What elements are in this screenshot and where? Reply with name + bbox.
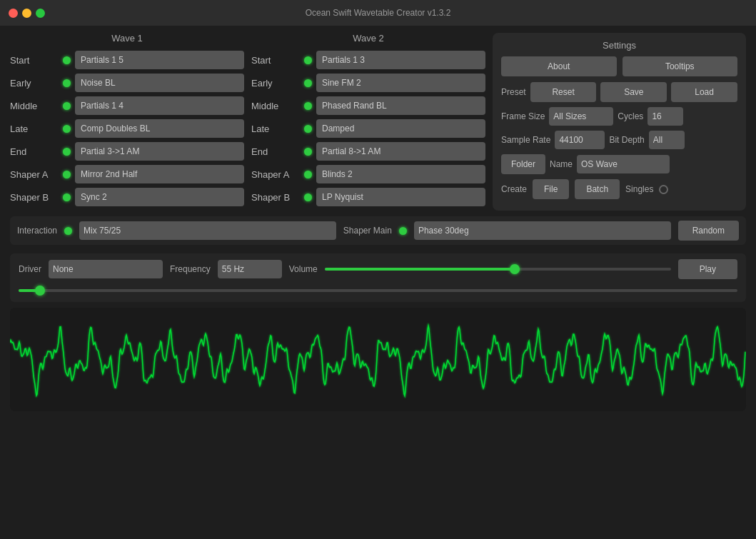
- bitdepth-input[interactable]: [649, 131, 685, 149]
- singles-label: Singles: [625, 184, 653, 194]
- wave2-select-5[interactable]: Blinds 2: [316, 165, 485, 183]
- progress-row[interactable]: [19, 285, 737, 296]
- wave1-row-2: MiddlePartials 1 4: [10, 96, 244, 115]
- wave2-select-6[interactable]: LP Nyquist: [316, 188, 485, 206]
- wave1-dot-4: [63, 148, 71, 156]
- tooltips-button[interactable]: Tooltips: [623, 56, 738, 76]
- wave1-label-0: Start: [10, 55, 59, 66]
- app-title: Ocean Swift Wavetable Creator v1.3.2: [306, 8, 451, 18]
- wave2-label-0: Start: [251, 55, 300, 66]
- close-button[interactable]: [9, 9, 18, 18]
- wave2-row-0: StartPartials 1 3: [251, 51, 485, 69]
- wave1-select-2[interactable]: Partials 1 4: [75, 96, 244, 115]
- wave1-label-4: End: [10, 146, 59, 157]
- wave2-select-1[interactable]: Sine FM 2: [316, 74, 485, 92]
- wave2-label-5: Shaper A: [251, 169, 300, 180]
- wave1-select-1[interactable]: Noise BL: [75, 74, 244, 92]
- framesize-input[interactable]: [549, 107, 613, 126]
- top-section: Wave 1 StartPartials 1 5EarlyNoise BLMid…: [10, 33, 746, 211]
- samplerate-row: Sample Rate Bit Depth: [501, 131, 737, 149]
- driver-label: Driver: [19, 264, 41, 274]
- progress-track: [19, 289, 737, 292]
- interaction-section: Interaction Mix 75/25 Shaper Main Phase …: [10, 216, 746, 245]
- wave1-label-5: Shaper A: [10, 169, 59, 180]
- interaction-label: Interaction: [17, 226, 57, 236]
- wave1-select-5[interactable]: Mirror 2nd Half: [75, 165, 244, 183]
- wave1-dot-1: [63, 79, 71, 87]
- framesize-row: Frame Size Cycles: [501, 107, 737, 126]
- volume-label: Volume: [289, 264, 318, 274]
- about-tooltips-row: About Tooltips: [501, 56, 737, 76]
- wave1-row-3: LateComp Doubles BL: [10, 119, 244, 138]
- wave2-label-4: End: [251, 146, 300, 157]
- about-button[interactable]: About: [501, 56, 617, 76]
- wave1-row-5: Shaper AMirror 2nd Half: [10, 165, 244, 183]
- name-input[interactable]: [577, 155, 670, 173]
- wave1-label-6: Shaper B: [10, 192, 59, 203]
- batch-button[interactable]: Batch: [575, 179, 620, 199]
- wave1-row-6: Shaper BSync 2: [10, 188, 244, 206]
- play-button[interactable]: Play: [678, 259, 737, 279]
- wave2-dot-3: [304, 125, 312, 133]
- save-button[interactable]: Save: [600, 82, 667, 102]
- wave2-select-0[interactable]: Partials 1 3: [316, 51, 485, 69]
- volume-slider[interactable]: [325, 262, 671, 276]
- wave1-select-4[interactable]: Partial 3->1 AM: [75, 142, 244, 161]
- wave2-row-4: EndPartial 8->1 AM: [251, 142, 485, 161]
- wave2-row-5: Shaper ABlinds 2: [251, 165, 485, 183]
- wave1-select-0[interactable]: Partials 1 5: [75, 51, 244, 69]
- volume-track: [325, 268, 671, 271]
- shaper-main-select[interactable]: Phase 30deg: [414, 221, 671, 240]
- singles-radio[interactable]: [659, 185, 668, 194]
- folder-button[interactable]: Folder: [501, 154, 545, 174]
- interaction-select[interactable]: Mix 75/25: [79, 221, 336, 240]
- reset-button[interactable]: Reset: [530, 82, 597, 102]
- wave2-select-2[interactable]: Phased Rand BL: [316, 96, 485, 115]
- title-bar: Ocean Swift Wavetable Creator v1.3.2: [0, 0, 756, 26]
- cycles-input[interactable]: [647, 107, 683, 126]
- name-row: Folder Name: [501, 154, 737, 174]
- wave1-row-1: EarlyNoise BL: [10, 74, 244, 92]
- progress-thumb: [35, 286, 45, 296]
- shaper-main-dot: [399, 227, 407, 235]
- wave2-row-3: LateDamped: [251, 119, 485, 138]
- create-label: Create: [501, 184, 527, 194]
- settings-panel: Settings About Tooltips Preset Reset Sav…: [493, 33, 746, 211]
- wave2-label-1: Early: [251, 78, 300, 89]
- wave1-row-4: EndPartial 3->1 AM: [10, 142, 244, 161]
- wave1-dot-5: [63, 171, 71, 178]
- file-button[interactable]: File: [533, 179, 569, 199]
- wave1-dot-3: [63, 125, 71, 133]
- wave2-label-3: Late: [251, 124, 300, 134]
- waveform-section: [10, 308, 746, 411]
- shaper-main-label: Shaper Main: [343, 226, 392, 236]
- wave1-dot-6: [63, 193, 71, 201]
- random-button[interactable]: Random: [678, 221, 739, 241]
- wave1-select-3[interactable]: Comp Doubles BL: [75, 119, 244, 138]
- bottom-controls: Driver None Frequency 55 Hz Volume Play: [10, 253, 746, 302]
- driver-select[interactable]: None: [49, 260, 163, 278]
- wave2-select-3[interactable]: Damped: [316, 119, 485, 138]
- wave1-column: Wave 1 StartPartials 1 5EarlyNoise BLMid…: [10, 33, 244, 211]
- maximize-button[interactable]: [36, 9, 45, 18]
- minimize-button[interactable]: [22, 9, 31, 18]
- cycles-label: Cycles: [618, 111, 643, 121]
- frequency-select[interactable]: 55 Hz: [218, 260, 282, 278]
- wave1-dot-2: [63, 102, 71, 110]
- wave1-label-2: Middle: [10, 101, 59, 111]
- wave1-dot-0: [63, 56, 71, 64]
- wave1-select-6[interactable]: Sync 2: [75, 188, 244, 206]
- load-button[interactable]: Load: [671, 82, 737, 102]
- name-label: Name: [550, 159, 573, 169]
- main-content: Wave 1 StartPartials 1 5EarlyNoise BLMid…: [0, 26, 756, 418]
- wave2-row-1: EarlySine FM 2: [251, 74, 485, 92]
- interaction-dot: [64, 227, 72, 235]
- wave2-row-6: Shaper BLP Nyquist: [251, 188, 485, 206]
- waveform-canvas: [10, 308, 746, 411]
- traffic-lights: [9, 9, 45, 18]
- framesize-label: Frame Size: [501, 111, 545, 121]
- wave2-dot-2: [304, 102, 312, 110]
- wave2-select-4[interactable]: Partial 8->1 AM: [316, 142, 485, 161]
- bitdepth-label: Bit Depth: [609, 135, 644, 145]
- samplerate-input[interactable]: [555, 131, 605, 149]
